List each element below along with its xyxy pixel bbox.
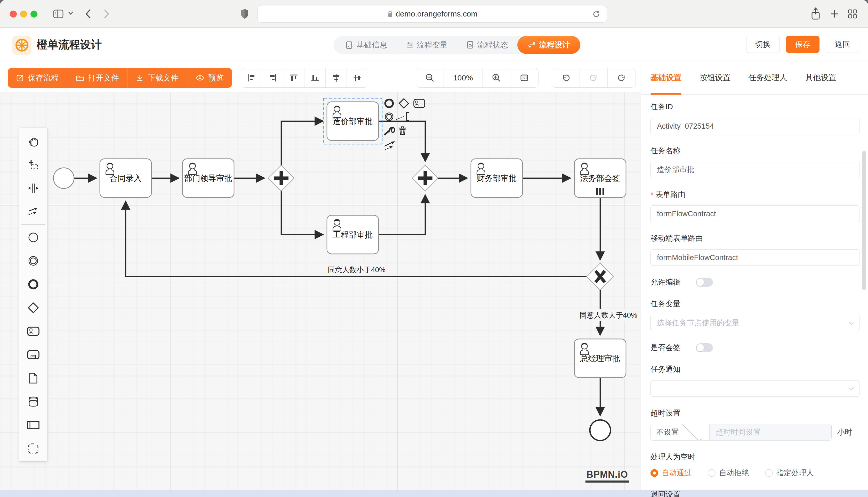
lasso-tool[interactable]: [22, 153, 45, 176]
exclusive-gateway[interactable]: [587, 263, 614, 290]
edge-label-less[interactable]: 同意人数小于40%: [328, 266, 385, 274]
reset-icon[interactable]: [608, 68, 635, 87]
create-user-task[interactable]: [22, 320, 45, 343]
task-finance-dept-approval[interactable]: 财务部审批: [471, 159, 523, 197]
maximize-window-button[interactable]: [30, 11, 38, 17]
task-dept-leader-approval[interactable]: 部门领导审批: [182, 159, 234, 197]
create-data-object[interactable]: [22, 366, 45, 390]
tab-process-status[interactable]: 流程状态: [457, 36, 517, 54]
parallel-gateway-split[interactable]: [268, 165, 294, 191]
zoom-in-icon[interactable]: [483, 68, 510, 87]
create-end-event[interactable]: [22, 272, 45, 296]
start-event[interactable]: [53, 168, 74, 188]
app-header: 橙单流程设计 基础信息 流程变量: [0, 28, 868, 61]
end-event[interactable]: [590, 420, 610, 441]
reload-icon[interactable]: [592, 10, 601, 19]
field-timeout: 超时设置 不设置 超时时间设置 小时: [650, 408, 859, 441]
field-label: 任务名称: [650, 146, 859, 156]
timeout-mode-select[interactable]: 不设置: [651, 424, 709, 440]
back-icon[interactable]: [83, 7, 93, 20]
download-file-button[interactable]: 下载文件: [127, 68, 187, 88]
task-contract-entry[interactable]: 合同录入: [100, 159, 151, 197]
align-center-vertical-icon[interactable]: [347, 68, 368, 87]
allow-edit-toggle[interactable]: [696, 278, 713, 287]
undo-icon[interactable]: [552, 68, 580, 87]
align-bottom-icon[interactable]: [304, 68, 326, 87]
tab-basic-info[interactable]: 基础信息: [336, 36, 397, 54]
minimize-window-button[interactable]: [20, 11, 27, 17]
create-participant-pool[interactable]: [22, 413, 45, 437]
append-gateway-icon[interactable]: [399, 99, 409, 108]
align-right-icon[interactable]: [262, 68, 283, 87]
tab-other-settings[interactable]: 其他设置: [805, 61, 836, 95]
open-file-button[interactable]: 打开文件: [67, 68, 127, 88]
privacy-shield-icon[interactable]: [239, 8, 250, 21]
preview-button[interactable]: 预览: [187, 68, 232, 88]
append-task-icon[interactable]: [414, 99, 425, 108]
tab-task-assignee[interactable]: 任务处理人: [748, 61, 787, 95]
new-tab-icon[interactable]: [829, 8, 840, 19]
zoom-level[interactable]: 100%: [444, 68, 483, 87]
radio-assign-handler[interactable]: 指定处理人: [765, 468, 814, 478]
task-general-manager-approval[interactable]: 总经理审批: [574, 339, 626, 378]
fit-viewport-icon[interactable]: [510, 68, 538, 87]
create-group[interactable]: [22, 437, 45, 460]
task-cost-dept-approval-selected[interactable]: 造价部审批: [323, 98, 382, 144]
radio-auto-approve[interactable]: 自动通过: [650, 468, 692, 478]
tab-button-settings[interactable]: 按钮设置: [700, 61, 730, 95]
create-intermediate-event[interactable]: [22, 249, 45, 272]
append-text-annotation-icon[interactable]: [396, 112, 409, 120]
mobile-form-route-input[interactable]: [650, 249, 859, 266]
task-legal-dept-countersign[interactable]: 法务部会签: [574, 159, 626, 197]
radio-auto-reject[interactable]: 自动拒绝: [708, 468, 749, 478]
panel-scrollbar[interactable]: [862, 151, 866, 290]
tab-process-variables[interactable]: 流程变量: [397, 36, 457, 54]
close-window-button[interactable]: [10, 11, 17, 17]
tab-label: 基础信息: [356, 40, 387, 50]
save-flow-button[interactable]: 保存流程: [8, 68, 67, 88]
redo-icon[interactable]: [580, 68, 608, 87]
edge-gateway1-to-n4[interactable]: [281, 190, 323, 235]
zoom-out-icon[interactable]: [416, 68, 444, 87]
edge-gateway1-to-n3[interactable]: [281, 121, 323, 166]
align-left-icon[interactable]: [241, 68, 262, 87]
tab-process-design[interactable]: 流程设计: [517, 36, 580, 54]
tab-basic-settings[interactable]: 基础设置: [650, 61, 681, 95]
forward-icon[interactable]: [101, 7, 111, 20]
align-center-horizontal-icon[interactable]: [326, 68, 347, 87]
timeout-value-input[interactable]: 超时时间设置: [709, 424, 831, 440]
create-gateway[interactable]: [22, 296, 45, 320]
save-button[interactable]: 保存: [786, 36, 819, 53]
tab-overview-icon[interactable]: [847, 8, 859, 19]
switch-button[interactable]: 切换: [746, 36, 780, 53]
parallel-gateway-join[interactable]: [412, 165, 438, 191]
bpmn-canvas[interactable]: 同意人数小于40% 同意人数大于40% 合同录入: [0, 92, 641, 490]
append-end-event-icon[interactable]: [385, 100, 393, 107]
align-top-icon[interactable]: [283, 68, 304, 87]
task-notify-select[interactable]: [650, 380, 859, 397]
create-subprocess[interactable]: [22, 343, 45, 366]
chevron-down-icon[interactable]: [66, 10, 75, 17]
create-start-event[interactable]: [22, 226, 45, 249]
connect-tool-icon[interactable]: [384, 141, 395, 150]
append-intermediate-event-icon[interactable]: [385, 113, 393, 120]
task-name-input[interactable]: [650, 162, 859, 178]
address-bar[interactable]: demo.orangeforms.com: [258, 5, 607, 23]
space-tool[interactable]: [22, 176, 45, 200]
edge-label-greater[interactable]: 同意人数大于40%: [580, 311, 637, 319]
task-variable-select[interactable]: 选择任务节点使用的变量: [650, 315, 859, 331]
create-data-store[interactable]: [22, 390, 45, 413]
hand-tool[interactable]: [22, 129, 45, 153]
task-id-input[interactable]: [650, 118, 859, 134]
sidebar-toggle-icon[interactable]: [52, 7, 65, 20]
global-connect-tool[interactable]: [22, 200, 45, 223]
back-button[interactable]: 返回: [826, 36, 859, 53]
form-route-input[interactable]: [650, 205, 859, 222]
countersign-toggle[interactable]: [696, 343, 713, 352]
bpmn-io-watermark[interactable]: BPMN.iO: [585, 469, 629, 483]
edge-n4-to-gateway2[interactable]: [378, 195, 425, 235]
share-icon[interactable]: [810, 7, 822, 21]
trash-icon[interactable]: [399, 127, 406, 134]
wrench-icon[interactable]: [385, 127, 395, 134]
task-engineering-dept-approval[interactable]: 工程部审批: [327, 215, 378, 254]
